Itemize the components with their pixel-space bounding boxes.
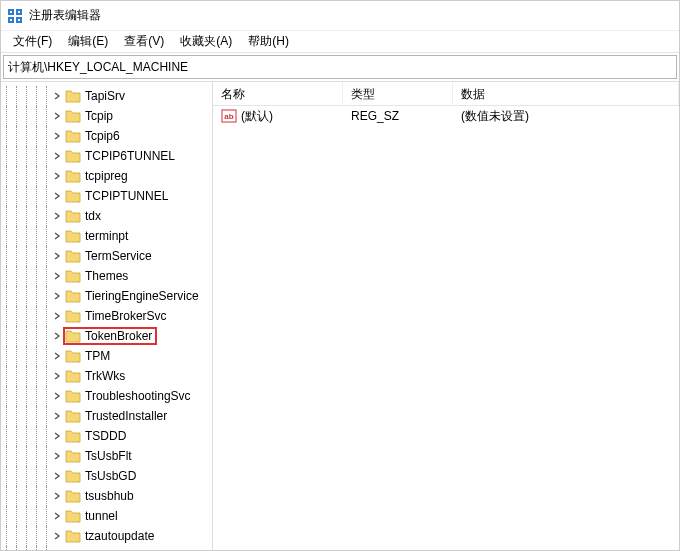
chevron-right-icon[interactable] (51, 370, 63, 382)
list-header: 名称 类型 数据 (213, 82, 679, 106)
list-row[interactable]: ab(默认)REG_SZ(数值未设置) (213, 106, 679, 126)
tree-item-label: TCPIP6TUNNEL (85, 149, 175, 163)
tree-item-label: TSDDD (85, 429, 126, 443)
window-title: 注册表编辑器 (29, 7, 101, 24)
chevron-right-icon[interactable] (51, 170, 63, 182)
folder-icon (65, 269, 81, 283)
tree-item-label: TCPIPTUNNEL (85, 189, 168, 203)
tree-item-label: Tcpip6 (85, 129, 120, 143)
tree-item[interactable]: Tcpip (1, 106, 212, 126)
tree-item[interactable]: TrkWks (1, 366, 212, 386)
tree-item[interactable]: TSDDD (1, 426, 212, 446)
column-data[interactable]: 数据 (453, 82, 679, 105)
tree-item[interactable]: TPM (1, 346, 212, 366)
folder-icon (65, 89, 81, 103)
chevron-right-icon[interactable] (51, 390, 63, 402)
menu-help[interactable]: 帮助(H) (240, 31, 297, 52)
chevron-right-icon[interactable] (51, 330, 63, 342)
chevron-right-icon[interactable] (51, 530, 63, 542)
folder-icon (65, 509, 81, 523)
svg-rect-7 (18, 19, 20, 21)
chevron-right-icon[interactable] (51, 190, 63, 202)
tree-item-label: tsusbhub (85, 489, 134, 503)
folder-icon (65, 209, 81, 223)
chevron-right-icon[interactable] (51, 310, 63, 322)
tree-item[interactable]: Tcpip6 (1, 126, 212, 146)
chevron-right-icon[interactable] (51, 430, 63, 442)
folder-icon (65, 129, 81, 143)
menu-favorites[interactable]: 收藏夹(A) (172, 31, 240, 52)
tree-item[interactable]: TapiSrv (1, 86, 212, 106)
svg-rect-4 (10, 11, 12, 13)
tree-item[interactable]: Themes (1, 266, 212, 286)
tree-item-label: tunnel (85, 509, 118, 523)
tree: TapiSrvTcpipTcpip6TCPIP6TUNNELtcpipregTC… (1, 86, 212, 550)
tree-item[interactable]: TokenBroker (1, 326, 212, 346)
chevron-right-icon[interactable] (51, 290, 63, 302)
chevron-right-icon[interactable] (51, 270, 63, 282)
folder-icon (65, 109, 81, 123)
tree-item[interactable]: tdx (1, 206, 212, 226)
chevron-right-icon[interactable] (51, 510, 63, 522)
tree-item[interactable]: TieringEngineService (1, 286, 212, 306)
menu-file[interactable]: 文件(F) (5, 31, 60, 52)
tree-item-label: TrustedInstaller (85, 409, 167, 423)
tree-item[interactable]: tsusbhub (1, 486, 212, 506)
chevron-right-icon[interactable] (51, 210, 63, 222)
tree-item[interactable]: UASPStor (1, 546, 212, 550)
tree-item[interactable]: TrustedInstaller (1, 406, 212, 426)
folder-icon (65, 429, 81, 443)
chevron-right-icon[interactable] (51, 490, 63, 502)
chevron-right-icon[interactable] (51, 350, 63, 362)
column-type[interactable]: 类型 (343, 82, 453, 105)
tree-item-label: TokenBroker (85, 329, 152, 343)
chevron-right-icon[interactable] (51, 90, 63, 102)
folder-icon (65, 369, 81, 383)
menu-view[interactable]: 查看(V) (116, 31, 172, 52)
chevron-right-icon[interactable] (51, 150, 63, 162)
chevron-right-icon[interactable] (51, 110, 63, 122)
address-bar[interactable]: 计算机\HKEY_LOCAL_MACHINE (3, 55, 677, 79)
tree-item[interactable]: terminpt (1, 226, 212, 246)
tree-item-label: tzautoupdate (85, 529, 154, 543)
list-body: ab(默认)REG_SZ(数值未设置) (213, 106, 679, 126)
tree-item[interactable]: tunnel (1, 506, 212, 526)
tree-item-label: UASPStor (85, 549, 140, 550)
menu-edit[interactable]: 编辑(E) (60, 31, 116, 52)
folder-icon (65, 349, 81, 363)
chevron-right-icon[interactable] (51, 410, 63, 422)
folder-icon (65, 469, 81, 483)
tree-item[interactable]: TCPIP6TUNNEL (1, 146, 212, 166)
menubar: 文件(F) 编辑(E) 查看(V) 收藏夹(A) 帮助(H) (1, 31, 679, 53)
tree-item-label: TrkWks (85, 369, 125, 383)
tree-item[interactable]: TsUsbGD (1, 466, 212, 486)
tree-pane: TapiSrvTcpipTcpip6TCPIP6TUNNELtcpipregTC… (1, 82, 213, 550)
tree-item[interactable]: TimeBrokerSvc (1, 306, 212, 326)
tree-item[interactable]: tzautoupdate (1, 526, 212, 546)
folder-icon (65, 189, 81, 203)
svg-rect-6 (10, 19, 12, 21)
tree-item[interactable]: TermService (1, 246, 212, 266)
tree-item[interactable]: TCPIPTUNNEL (1, 186, 212, 206)
svg-rect-5 (18, 11, 20, 13)
chevron-right-icon[interactable] (51, 130, 63, 142)
cell-type: REG_SZ (343, 109, 453, 123)
tree-item-label: tcpipreg (85, 169, 128, 183)
folder-icon (65, 489, 81, 503)
chevron-right-icon[interactable] (51, 470, 63, 482)
tree-item-label: Themes (85, 269, 128, 283)
folder-icon (65, 229, 81, 243)
chevron-right-icon[interactable] (51, 250, 63, 262)
tree-item[interactable]: TroubleshootingSvc (1, 386, 212, 406)
tree-item-label: Tcpip (85, 109, 113, 123)
folder-icon (65, 409, 81, 423)
column-name[interactable]: 名称 (213, 82, 343, 105)
tree-item[interactable]: tcpipreg (1, 166, 212, 186)
tree-item-label: TsUsbFlt (85, 449, 132, 463)
svg-text:ab: ab (224, 112, 233, 121)
tree-item-label: TsUsbGD (85, 469, 136, 483)
chevron-right-icon[interactable] (51, 450, 63, 462)
chevron-right-icon[interactable] (51, 230, 63, 242)
tree-item[interactable]: TsUsbFlt (1, 446, 212, 466)
folder-icon (65, 149, 81, 163)
